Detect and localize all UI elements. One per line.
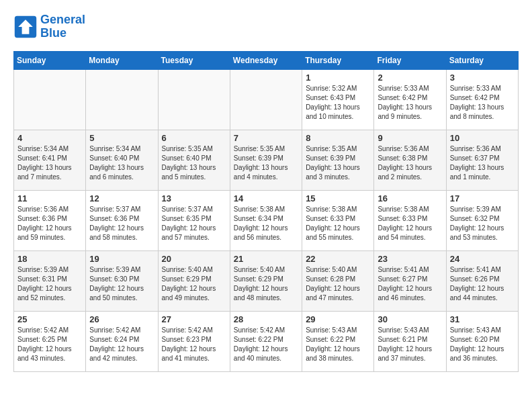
day-number: 5 [89,133,154,143]
day-info: Sunrise: 5:35 AMSunset: 6:40 PMDaylight:… [162,144,226,182]
day-number: 1 [306,73,370,83]
day-info: Sunrise: 5:38 AMSunset: 6:33 PMDaylight:… [306,205,370,242]
day-number: 8 [306,133,370,143]
day-number: 24 [450,254,515,264]
column-header-monday: Monday [86,51,158,69]
day-number: 14 [234,193,298,203]
day-info: Sunrise: 5:35 AMSunset: 6:39 PMDaylight:… [234,144,298,182]
day-number: 31 [450,314,515,324]
day-info: Sunrise: 5:41 AMSunset: 6:27 PMDaylight:… [378,265,442,303]
day-number: 2 [378,73,442,83]
calendar-cell: 15 Sunrise: 5:38 AMSunset: 6:33 PMDaylig… [302,190,374,250]
day-info: Sunrise: 5:37 AMSunset: 6:35 PMDaylight:… [162,205,226,242]
logo-icon [13,15,38,39]
calendar-cell: 28 Sunrise: 5:42 AMSunset: 6:22 PMDaylig… [230,311,302,371]
day-info: Sunrise: 5:39 AMSunset: 6:31 PMDaylight:… [17,265,82,303]
calendar-cell: 14 Sunrise: 5:38 AMSunset: 6:34 PMDaylig… [230,190,302,250]
day-info: Sunrise: 5:33 AMSunset: 6:42 PMDaylight:… [378,84,442,122]
calendar-cell: 4 Sunrise: 5:34 AMSunset: 6:41 PMDayligh… [14,130,86,190]
calendar-cell [14,69,86,130]
calendar-cell: 13 Sunrise: 5:37 AMSunset: 6:35 PMDaylig… [158,190,230,250]
day-info: Sunrise: 5:41 AMSunset: 6:26 PMDaylight:… [450,265,515,303]
calendar-cell [158,69,230,130]
day-number: 22 [306,254,370,264]
day-number: 13 [162,193,226,203]
day-number: 27 [162,314,226,324]
day-number: 16 [378,193,442,203]
column-header-tuesday: Tuesday [158,51,230,69]
day-info: Sunrise: 5:36 AMSunset: 6:37 PMDaylight:… [450,144,515,182]
day-number: 6 [162,133,226,143]
calendar-cell: 20 Sunrise: 5:40 AMSunset: 6:29 PMDaylig… [158,250,230,311]
calendar-cell: 17 Sunrise: 5:39 AMSunset: 6:32 PMDaylig… [446,190,518,250]
day-number: 15 [306,193,370,203]
day-number: 21 [234,254,298,264]
day-info: Sunrise: 5:36 AMSunset: 6:38 PMDaylight:… [378,144,442,182]
day-info: Sunrise: 5:40 AMSunset: 6:29 PMDaylight:… [162,265,226,303]
column-header-saturday: Saturday [446,51,518,69]
day-number: 9 [378,133,442,143]
calendar-week-row: 4 Sunrise: 5:34 AMSunset: 6:41 PMDayligh… [14,130,519,190]
calendar-week-row: 1 Sunrise: 5:32 AMSunset: 6:43 PMDayligh… [14,69,519,130]
calendar-cell: 21 Sunrise: 5:40 AMSunset: 6:29 PMDaylig… [230,250,302,311]
calendar-cell: 23 Sunrise: 5:41 AMSunset: 6:27 PMDaylig… [374,250,446,311]
day-number: 11 [17,193,82,203]
day-info: Sunrise: 5:43 AMSunset: 6:22 PMDaylight:… [306,326,370,363]
calendar-cell: 26 Sunrise: 5:42 AMSunset: 6:24 PMDaylig… [86,311,158,371]
calendar-cell: 9 Sunrise: 5:36 AMSunset: 6:38 PMDayligh… [374,130,446,190]
calendar-cell: 6 Sunrise: 5:35 AMSunset: 6:40 PMDayligh… [158,130,230,190]
day-number: 17 [450,193,515,203]
day-info: Sunrise: 5:43 AMSunset: 6:20 PMDaylight:… [450,326,515,363]
day-number: 30 [378,314,442,324]
day-number: 19 [89,254,154,264]
calendar-cell: 19 Sunrise: 5:39 AMSunset: 6:30 PMDaylig… [86,250,158,311]
day-number: 25 [17,314,82,324]
day-number: 18 [17,254,82,264]
day-info: Sunrise: 5:39 AMSunset: 6:30 PMDaylight:… [89,265,154,303]
calendar-week-row: 25 Sunrise: 5:42 AMSunset: 6:25 PMDaylig… [14,311,519,371]
calendar-cell: 1 Sunrise: 5:32 AMSunset: 6:43 PMDayligh… [302,69,374,130]
calendar-cell: 7 Sunrise: 5:35 AMSunset: 6:39 PMDayligh… [230,130,302,190]
calendar-cell: 16 Sunrise: 5:38 AMSunset: 6:33 PMDaylig… [374,190,446,250]
day-number: 4 [17,133,82,143]
logo-text: General Blue [40,13,85,40]
calendar-header-row: SundayMondayTuesdayWednesdayThursdayFrid… [14,51,519,69]
day-info: Sunrise: 5:40 AMSunset: 6:28 PMDaylight:… [306,265,370,303]
column-header-thursday: Thursday [302,51,374,69]
day-info: Sunrise: 5:34 AMSunset: 6:41 PMDaylight:… [17,144,82,182]
day-info: Sunrise: 5:38 AMSunset: 6:33 PMDaylight:… [378,205,442,242]
page-header: General Blue [13,13,519,40]
calendar-cell: 3 Sunrise: 5:33 AMSunset: 6:42 PMDayligh… [446,69,518,130]
day-info: Sunrise: 5:38 AMSunset: 6:34 PMDaylight:… [234,205,298,242]
day-number: 7 [234,133,298,143]
day-number: 29 [306,314,370,324]
calendar-week-row: 18 Sunrise: 5:39 AMSunset: 6:31 PMDaylig… [14,250,519,311]
day-info: Sunrise: 5:42 AMSunset: 6:22 PMDaylight:… [234,326,298,363]
day-info: Sunrise: 5:40 AMSunset: 6:29 PMDaylight:… [234,265,298,303]
day-number: 23 [378,254,442,264]
day-number: 28 [234,314,298,324]
calendar-cell: 30 Sunrise: 5:43 AMSunset: 6:21 PMDaylig… [374,311,446,371]
column-header-wednesday: Wednesday [230,51,302,69]
day-info: Sunrise: 5:32 AMSunset: 6:43 PMDaylight:… [306,84,370,122]
calendar-cell: 5 Sunrise: 5:34 AMSunset: 6:40 PMDayligh… [86,130,158,190]
column-header-sunday: Sunday [14,51,86,69]
calendar-cell: 8 Sunrise: 5:35 AMSunset: 6:39 PMDayligh… [302,130,374,190]
logo: General Blue [13,13,85,40]
calendar-cell: 2 Sunrise: 5:33 AMSunset: 6:42 PMDayligh… [374,69,446,130]
calendar-cell: 24 Sunrise: 5:41 AMSunset: 6:26 PMDaylig… [446,250,518,311]
calendar-cell: 11 Sunrise: 5:36 AMSunset: 6:36 PMDaylig… [14,190,86,250]
day-info: Sunrise: 5:34 AMSunset: 6:40 PMDaylight:… [89,144,154,182]
calendar-cell [230,69,302,130]
calendar-cell: 31 Sunrise: 5:43 AMSunset: 6:20 PMDaylig… [446,311,518,371]
column-header-friday: Friday [374,51,446,69]
day-info: Sunrise: 5:33 AMSunset: 6:42 PMDaylight:… [450,84,515,122]
calendar-table: SundayMondayTuesdayWednesdayThursdayFrid… [13,51,519,372]
day-info: Sunrise: 5:42 AMSunset: 6:25 PMDaylight:… [17,326,82,363]
calendar-cell: 25 Sunrise: 5:42 AMSunset: 6:25 PMDaylig… [14,311,86,371]
calendar-cell: 22 Sunrise: 5:40 AMSunset: 6:28 PMDaylig… [302,250,374,311]
day-info: Sunrise: 5:37 AMSunset: 6:36 PMDaylight:… [89,205,154,242]
day-number: 3 [450,73,515,83]
calendar-week-row: 11 Sunrise: 5:36 AMSunset: 6:36 PMDaylig… [14,190,519,250]
day-info: Sunrise: 5:43 AMSunset: 6:21 PMDaylight:… [378,326,442,363]
